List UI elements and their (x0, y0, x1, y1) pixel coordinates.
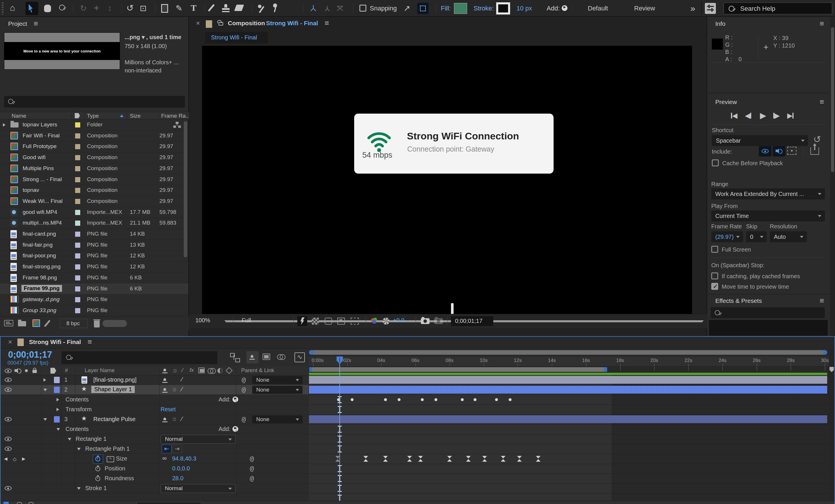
parent-pickwhip-icon[interactable]: @ (242, 386, 246, 393)
label-color-swatch[interactable] (75, 209, 81, 215)
full-screen-checkbox[interactable] (711, 246, 718, 253)
navigator-start-handle[interactable] (309, 350, 313, 355)
local-axis-mode-icon[interactable] (309, 4, 318, 13)
property-row[interactable]: TransformReset (1, 405, 308, 415)
keyframe-dot[interactable] (495, 398, 498, 401)
rotate-tool-icon[interactable]: ↺ (126, 3, 134, 13)
column-audio-icon[interactable] (15, 368, 21, 373)
layer-label-swatch[interactable] (54, 387, 60, 393)
keyframe-dot[interactable] (509, 398, 512, 401)
property-name[interactable]: Size (116, 455, 127, 462)
pen-tool-icon[interactable]: ✎ (176, 3, 182, 13)
viewer-timecode-box[interactable]: 0;00;01;17 (451, 316, 493, 326)
include-overlays-button[interactable] (787, 147, 796, 155)
include-video-button[interactable] (759, 146, 772, 157)
size-keyframe[interactable] (407, 456, 412, 462)
list-item[interactable]: final-fair.pngPNG file13 KB (0, 240, 188, 251)
column-adjustment-icon[interactable] (217, 368, 223, 373)
group-name[interactable]: Transform (65, 406, 91, 413)
layer-visibility-eye-icon[interactable] (5, 417, 12, 422)
label-color-swatch[interactable] (75, 122, 81, 128)
column-3d-icon[interactable] (225, 367, 232, 374)
preview-panel-menu-icon[interactable]: ≡ (820, 97, 824, 106)
marker-bin-icon[interactable] (830, 367, 834, 372)
navigator-end-handle[interactable] (823, 350, 827, 355)
transport-first-frame-button[interactable]: ◀ (731, 112, 737, 119)
mini-flowchart-icon[interactable] (229, 352, 240, 362)
property-value[interactable]: 0.0,0.0 (172, 465, 190, 472)
group-name[interactable]: Stroke 1 (85, 485, 107, 491)
list-item[interactable]: good wifi.MP4Importe...MEX17.7 MB59.798 (0, 207, 188, 218)
property-name[interactable]: Position (105, 465, 125, 472)
label-color-swatch[interactable] (75, 308, 81, 314)
layer-name[interactable]: Rectangle Pulse (93, 416, 136, 423)
brush-tool[interactable] (208, 4, 215, 12)
comp-label-swatch[interactable] (206, 20, 212, 28)
work-area-bar[interactable] (309, 367, 608, 372)
list-item[interactable]: Fair Wifi - FinalComposition29.97 (0, 130, 188, 142)
list-item[interactable]: final-card.pngPNG file14 KB (0, 229, 188, 240)
orbit-tool-icon[interactable]: ↻ (80, 3, 87, 13)
cache-before-playback-checkbox[interactable] (712, 159, 719, 166)
stopwatch-icon[interactable] (95, 476, 100, 481)
size-keyframe[interactable] (482, 456, 487, 462)
hand-tool[interactable] (44, 5, 51, 12)
label-color-swatch[interactable] (75, 144, 81, 149)
column-video-icon[interactable] (5, 369, 12, 373)
prev-keyframe-icon[interactable]: ◀ (4, 456, 7, 461)
workspace-tab-default[interactable]: Default (588, 5, 608, 12)
timeline-timecode[interactable]: 0;00;01;17 (8, 349, 52, 360)
size-keyframe[interactable] (517, 456, 522, 462)
comp-close-icon[interactable]: × (196, 19, 200, 27)
label-color-swatch[interactable] (75, 133, 81, 139)
label-color-swatch[interactable] (75, 231, 81, 237)
group-name[interactable]: Rectangle 1 (76, 436, 107, 442)
effects-panel-title[interactable]: Effects & Presets (715, 297, 762, 304)
layer-visibility-eye-icon[interactable] (5, 486, 12, 491)
property-name[interactable]: Roundness (105, 475, 134, 482)
list-item[interactable]: topnavComposition29.97 (0, 185, 188, 196)
transport-last-frame-button[interactable]: ▶ (787, 112, 794, 119)
label-color-swatch[interactable] (75, 297, 81, 303)
property-pickwhip-icon[interactable]: @ (250, 475, 254, 482)
grid-guides-icon[interactable] (351, 318, 359, 325)
twirl-icon[interactable] (43, 389, 47, 391)
label-color-swatch[interactable] (75, 253, 81, 259)
size-keyframe[interactable] (363, 456, 368, 462)
project-scrollbar[interactable] (184, 121, 187, 257)
view-axis-mode-icon[interactable] (335, 4, 344, 13)
label-color-swatch[interactable] (75, 177, 81, 183)
column-lock-icon[interactable] (33, 370, 37, 373)
label-color-swatch[interactable] (75, 155, 81, 161)
label-color-swatch[interactable] (75, 242, 81, 248)
layer-visibility-eye-icon[interactable] (5, 378, 12, 382)
fill-swatch[interactable] (454, 3, 467, 14)
exposure-value[interactable]: +0.0 (393, 317, 404, 324)
graph-editor-button[interactable]: ∿ (294, 352, 305, 362)
column-label-icon[interactable] (50, 368, 56, 374)
parent-pickwhip-icon[interactable]: @ (242, 415, 246, 423)
column-fx-icon[interactable]: fx (189, 367, 194, 373)
sort-ascending-icon[interactable] (120, 115, 123, 117)
label-color-swatch[interactable] (75, 220, 81, 226)
layer-duration-bar[interactable] (309, 415, 827, 423)
property-row[interactable]: Position0.0,0.0@ (1, 464, 308, 473)
roto-brush-tool[interactable] (257, 4, 265, 13)
parent-link-dropdown[interactable]: None (252, 415, 303, 423)
stopwatch-icon[interactable] (95, 457, 100, 461)
layer-duration-bar[interactable] (309, 386, 827, 394)
timeline-tab-label[interactable]: Strong Wifi - Final (29, 339, 81, 345)
list-item[interactable]: final-strong.pngPNG file12 KB (0, 261, 188, 273)
property-row[interactable]: Roundness28.0@ (1, 473, 308, 483)
shy-icon[interactable] (162, 417, 167, 422)
column-size[interactable]: Size (130, 113, 141, 119)
parent-pickwhip-icon[interactable]: @ (242, 376, 246, 383)
playhead-line[interactable] (340, 357, 340, 501)
frame-blending-master-icon[interactable] (263, 354, 270, 360)
property-row[interactable]: Stroke 1Normal (1, 483, 308, 493)
column-number[interactable]: # (65, 367, 68, 374)
panel-grip[interactable] (2, 2, 3, 15)
info-panel-title[interactable]: Info (715, 20, 726, 27)
property-row[interactable]: ContentsAdd: (1, 395, 308, 405)
stroke-label[interactable]: Stroke: (473, 5, 494, 12)
